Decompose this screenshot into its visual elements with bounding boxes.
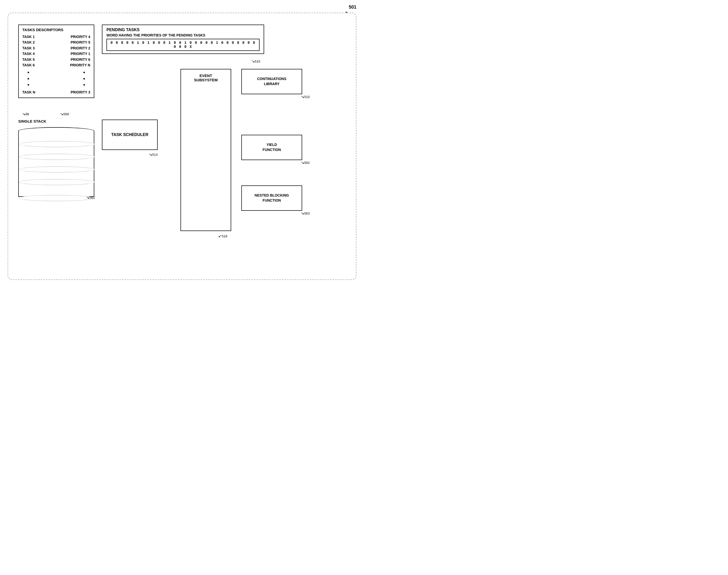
task1-priority: PRIORITY 4 — [70, 34, 90, 39]
task-row: TASK 1 PRIORITY 4 — [22, 34, 90, 39]
task5-priority: PRIORITY 6 — [70, 57, 90, 62]
nested-blocking-text: NESTED BLOCKINGFUNCTION — [254, 193, 289, 203]
task-row: TASK 6 PRIORITY N — [22, 62, 90, 68]
task6-name: TASK 6 — [22, 62, 35, 68]
cylinder-layer-1 — [19, 141, 95, 147]
task4-name: TASK 4 — [22, 51, 35, 57]
task2-priority: PRIORITY 5 — [70, 39, 90, 45]
pending-word-label: WORD HAVING THE PRIORITIES OF THE PENDIN… — [106, 33, 259, 37]
task1-name: TASK 1 — [22, 34, 35, 39]
task3-priority: PRIORITY 2 — [70, 45, 90, 51]
task5-name: TASK 5 — [22, 57, 35, 62]
event-subsystem-box: EVENTSUBSYSTEM — [181, 69, 231, 231]
continuations-library-box: CONTINUATIONSLIBRARY — [241, 69, 302, 94]
taskn-row: TASK N PRIORITY 3 — [22, 90, 90, 95]
ref-513: ↙513 — [149, 152, 158, 157]
tasks-descriptors-box: TASKS DESCRIPTORS TASK 1 PRIORITY 4 TASK… — [18, 25, 94, 98]
cylinder-layer-2 — [19, 154, 95, 160]
task4-priority: PRIORITY 1 — [70, 51, 90, 57]
taskn-name: TASK N — [22, 90, 35, 95]
ref-98: ↙98 — [22, 111, 29, 116]
task-row: TASK 5 PRIORITY 6 — [22, 57, 90, 62]
task-row: TASK 3 PRIORITY 2 — [22, 45, 90, 51]
pending-tasks-box: PENDING TASKS WORD HAVING THE PRIORITIES… — [102, 25, 264, 54]
task-scheduler-text: TASK SCHEDULER — [111, 133, 148, 137]
continuations-library-text: CONTINUATIONSLIBRARY — [257, 76, 286, 87]
cylinder-layer-4 — [19, 179, 95, 185]
main-diagram-container: TASKS DESCRIPTORS TASK 1 PRIORITY 4 TASK… — [8, 13, 356, 280]
ref-569: ↙569 — [60, 111, 69, 116]
ref-518: ↘518 — [219, 234, 227, 238]
ref-561: ↙561 — [86, 195, 95, 200]
cylinder-bottom — [18, 195, 94, 201]
ref-562: ↙562 — [301, 160, 310, 165]
yield-function-box: YIELDFUNCTION — [241, 135, 302, 160]
task-row: TASK 2 PRIORITY 5 — [22, 39, 90, 45]
task6-priority: PRIORITY N — [70, 62, 90, 68]
pending-bits: 0 0 0 0 0 1 0 1 0 0 0 1 0 0 1 0 0 0 0 0 … — [106, 39, 259, 51]
ref-515: ↙515 — [251, 59, 260, 64]
dot-col-left: • • • — [27, 69, 29, 88]
ref-510: ↙510 — [301, 94, 310, 99]
task-scheduler-box: TASK SCHEDULER — [102, 120, 158, 150]
pending-tasks-title: PENDING TASKS — [106, 28, 259, 32]
task-row: TASK 4 PRIORITY 1 — [22, 51, 90, 57]
yield-function-text: YIELDFUNCTION — [263, 142, 281, 152]
event-subsystem-text: EVENTSUBSYSTEM — [194, 73, 218, 82]
tasks-descriptors-title: TASKS DESCRIPTORS — [22, 28, 90, 32]
cylinder-body — [18, 131, 94, 197]
ref-563: ↙563 — [301, 211, 310, 215]
single-stack-label: SINGLE STACK — [18, 119, 46, 123]
task3-name: TASK 3 — [22, 45, 35, 51]
task-dots: • • • • • • — [22, 68, 90, 90]
nested-blocking-box: NESTED BLOCKINGFUNCTION — [241, 185, 302, 211]
dot-col-right: • • • — [83, 69, 85, 88]
page-number: 501 — [349, 5, 356, 10]
task2-name: TASK 2 — [22, 39, 35, 45]
taskn-priority: PRIORITY 3 — [70, 90, 90, 95]
cylinder-layer-3 — [19, 166, 95, 172]
stack-cylinder — [18, 127, 94, 198]
